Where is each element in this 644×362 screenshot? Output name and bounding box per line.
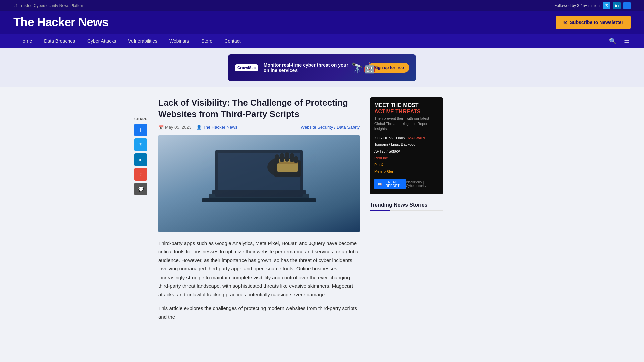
article-paragraph-2: This article explores the challenges of … bbox=[158, 304, 360, 321]
article-title: Lack of Visibility: The Challenge of Pro… bbox=[158, 97, 360, 120]
nav-store[interactable]: Store bbox=[195, 34, 218, 48]
main-content: SHARE f 𝕏 in ⤴ 💬 Lack of Visibility: The… bbox=[121, 87, 523, 337]
article-body: Third-party apps such as Google Analytic… bbox=[158, 239, 360, 321]
share-other-button[interactable]: ⤴ bbox=[134, 168, 147, 181]
ad-banner: CrowdSec Monitor real-time cyber threat … bbox=[228, 54, 416, 81]
subscribe-button[interactable]: ✉ Subscribe to Newsletter bbox=[556, 16, 631, 29]
tagline: #1 Trusted Cybersecurity News Platform bbox=[13, 3, 86, 8]
tag-tsunami: Tsunami / Linux Backdoor bbox=[374, 142, 417, 146]
article-paragraph-1: Third-party apps such as Google Analytic… bbox=[158, 239, 360, 299]
linkedin-icon[interactable]: in bbox=[613, 2, 621, 9]
ad-text: Monitor real-time cyber threat on your o… bbox=[264, 62, 364, 73]
subscribe-label: Subscribe to Newsletter bbox=[570, 20, 624, 25]
svg-rect-12 bbox=[290, 153, 294, 162]
facebook-icon[interactable]: f bbox=[623, 2, 631, 9]
share-twitter-button[interactable]: 𝕏 bbox=[134, 138, 147, 151]
sidebar-ad-tags: XOR DDoS Linux MALWARE Tsunami / Linux B… bbox=[374, 135, 439, 175]
article-category[interactable]: Website Security / Data Safety bbox=[301, 125, 360, 130]
sidebar-ad: MEET THE MOST ACTIVE THREATS Then preven… bbox=[370, 97, 443, 194]
main-nav: Home Data Breaches Cyber Attacks Vulnera… bbox=[0, 34, 644, 48]
read-report-button[interactable]: 📖 READ REPORT bbox=[374, 179, 406, 189]
calendar-icon: 📅 bbox=[158, 125, 164, 130]
sidebar-ad-subtitle: Then prevent them with our latest Global… bbox=[374, 116, 439, 131]
nav-data-breaches[interactable]: Data Breaches bbox=[38, 34, 81, 48]
tag-apt28: APT28 / Sofacy bbox=[374, 149, 400, 153]
author-icon: 👤 bbox=[196, 125, 202, 130]
tag-malware: MALWARE bbox=[408, 136, 426, 140]
share-linkedin-button[interactable]: in bbox=[134, 153, 147, 166]
svg-rect-4 bbox=[212, 190, 306, 194]
social-icons: 𝕏 in f bbox=[603, 2, 631, 9]
nav-webinars[interactable]: Webinars bbox=[163, 34, 195, 48]
nav-home[interactable]: Home bbox=[13, 34, 38, 48]
article-date: 📅 May 05, 2023 bbox=[158, 125, 192, 130]
nav-links: Home Data Breaches Cyber Attacks Vulnera… bbox=[13, 34, 247, 48]
sidebar-ad-title-line2: ACTIVE THREATS bbox=[374, 109, 420, 114]
sidebar-ad-title: MEET THE MOST ACTIVE THREATS bbox=[374, 102, 439, 115]
tag-linux: Linux bbox=[396, 136, 405, 140]
share-label: SHARE bbox=[134, 117, 148, 121]
followers-text: Followed by 3.45+ million bbox=[554, 3, 600, 8]
article-meta-left: 📅 May 05, 2023 👤 The Hacker News bbox=[158, 125, 237, 130]
tag-xor: XOR DDoS bbox=[374, 136, 393, 140]
read-report-label: READ REPORT bbox=[383, 180, 402, 188]
ad-logo: CrowdSec bbox=[235, 64, 258, 71]
tag-meterpreter: Meterpr€ter bbox=[374, 169, 393, 173]
menu-button[interactable]: ☰ bbox=[623, 36, 631, 46]
share-buttons: f 𝕏 in ⤴ 💬 bbox=[134, 124, 148, 195]
article-image-svg bbox=[189, 140, 329, 227]
comment-button[interactable]: 💬 bbox=[134, 183, 147, 195]
tag-plux: Plu:X bbox=[374, 163, 383, 167]
book-icon: 📖 bbox=[378, 182, 382, 186]
search-button[interactable]: 🔍 bbox=[608, 36, 618, 46]
nav-vulnerabilities[interactable]: Vulnerabilities bbox=[122, 34, 163, 48]
site-logo[interactable]: The Hacker News bbox=[13, 15, 108, 29]
top-bar-right: Followed by 3.45+ million 𝕏 in f bbox=[554, 2, 631, 9]
ad-decoration: 🔭🤖 bbox=[351, 54, 376, 81]
svg-rect-9 bbox=[275, 154, 279, 164]
article-area: Lack of Visibility: The Challenge of Pro… bbox=[158, 97, 360, 326]
svg-rect-10 bbox=[280, 153, 284, 162]
twitter-icon[interactable]: 𝕏 bbox=[603, 2, 610, 9]
article-meta: 📅 May 05, 2023 👤 The Hacker News Website… bbox=[158, 125, 360, 130]
nav-icons: 🔍 ☰ bbox=[608, 36, 631, 46]
trending-title: Trending News Stories bbox=[370, 202, 443, 211]
top-bar: #1 Trusted Cybersecurity News Platform F… bbox=[0, 0, 644, 11]
article-image bbox=[158, 135, 360, 232]
nav-cyber-attacks[interactable]: Cyber Attacks bbox=[81, 34, 122, 48]
tag-redline: RedLine bbox=[374, 156, 388, 160]
sidebar-ad-footer: 📖 READ REPORT BlackBerry | Cybersecurity bbox=[374, 179, 439, 189]
site-header: The Hacker News ✉ Subscribe to Newslette… bbox=[0, 11, 644, 34]
trending-section: Trending News Stories bbox=[370, 202, 443, 211]
svg-rect-13 bbox=[294, 156, 298, 163]
ad-banner-wrapper: CrowdSec Monitor real-time cyber threat … bbox=[0, 48, 644, 87]
nav-contact[interactable]: Contact bbox=[218, 34, 247, 48]
svg-rect-11 bbox=[285, 152, 289, 162]
right-sidebar: MEET THE MOST ACTIVE THREATS Then preven… bbox=[370, 97, 443, 326]
envelope-icon: ✉ bbox=[563, 20, 567, 25]
svg-rect-1 bbox=[202, 198, 316, 202]
article-author[interactable]: 👤 The Hacker News bbox=[196, 125, 237, 130]
share-facebook-button[interactable]: f bbox=[134, 124, 147, 136]
blackberry-branding: BlackBerry | Cybersecurity bbox=[406, 180, 439, 188]
share-sidebar: SHARE f 𝕏 in ⤴ 💬 bbox=[134, 97, 148, 326]
sidebar-ad-title-line1: MEET THE MOST bbox=[374, 102, 419, 108]
